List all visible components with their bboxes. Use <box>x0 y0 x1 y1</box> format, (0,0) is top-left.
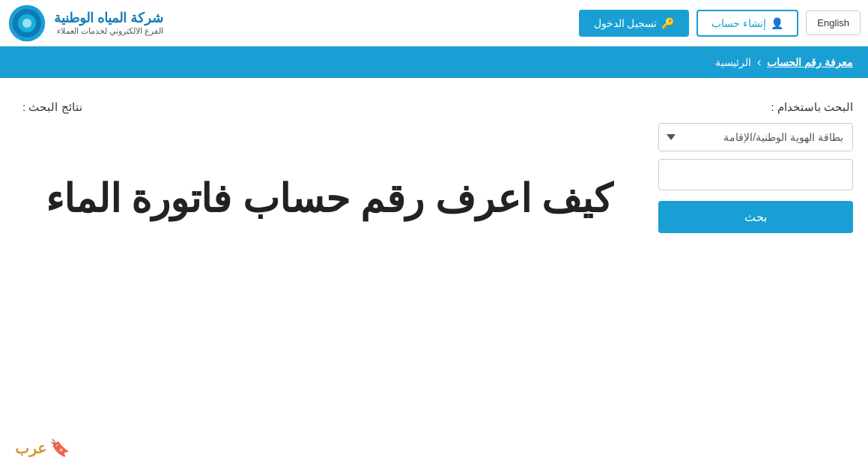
main-content: البحث باستخدام : بطاقة الهوية الوطنية/ال… <box>0 78 868 438</box>
register-label: إنشاء حساب <box>711 17 766 29</box>
watermark-icon: 🔖 <box>49 439 70 458</box>
content-left: نتائج البحث : كيف اعرف رقم حساب فاتورة ا… <box>15 93 643 423</box>
search-results-label: نتائج البحث : <box>22 100 636 114</box>
logo-subtitle: الفرع الالكتروني لخدمات العملاء <box>54 26 163 36</box>
breadcrumb-home[interactable]: الرئيسية <box>715 56 751 68</box>
login-button[interactable]: 🔑 تسجيل الدخول <box>579 10 690 37</box>
logo-text: شركة المياه الوطنية الفرع الالكتروني لخد… <box>54 10 163 36</box>
register-button[interactable]: 👤 إنشاء حساب <box>696 10 798 37</box>
search-button[interactable]: بحث <box>658 201 853 233</box>
logo-title: شركة المياه الوطنية <box>54 10 163 26</box>
login-label: تسجيل الدخول <box>594 17 658 29</box>
breadcrumb-bar: معرفة رقم الحساب › الرئيسية <box>0 46 868 78</box>
logo-area: شركة المياه الوطنية الفرع الالكتروني لخد… <box>7 4 163 43</box>
top-bar: English 👤 إنشاء حساب 🔑 تسجيل الدخول شركة… <box>0 0 868 46</box>
login-icon: 🔑 <box>661 17 674 29</box>
english-button[interactable]: English <box>806 10 861 35</box>
search-input[interactable] <box>658 159 853 190</box>
register-icon: 👤 <box>771 17 783 29</box>
main-heading: كيف اعرف رقم حساب فاتورة الماء <box>22 174 636 225</box>
search-by-label: البحث باستخدام : <box>658 100 853 114</box>
nav-buttons: English 👤 إنشاء حساب 🔑 تسجيل الدخول <box>579 10 861 37</box>
logo-image <box>7 4 46 43</box>
search-sidebar: البحث باستخدام : بطاقة الهوية الوطنية/ال… <box>658 93 853 423</box>
watermark: 🔖 عرب <box>15 439 70 458</box>
breadcrumb-current[interactable]: معرفة رقم الحساب <box>767 56 853 68</box>
svg-point-3 <box>22 18 31 27</box>
watermark-text: عرب <box>15 439 46 457</box>
breadcrumb-separator: › <box>757 55 761 69</box>
search-type-dropdown[interactable]: بطاقة الهوية الوطنية/الإقامة <box>658 123 853 151</box>
